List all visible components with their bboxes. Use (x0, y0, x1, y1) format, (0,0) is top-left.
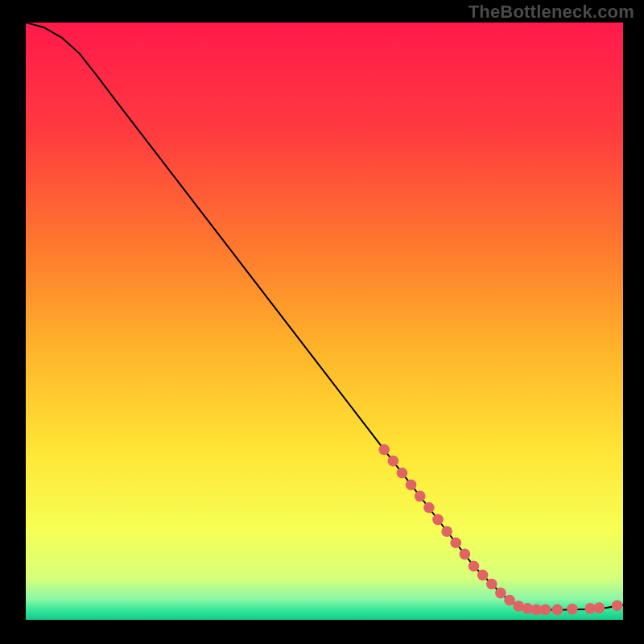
plot-area (26, 23, 623, 620)
marker-point (460, 549, 471, 560)
marker-point (540, 605, 551, 616)
chart-svg (26, 23, 623, 620)
marker-point (450, 537, 461, 548)
marker-point (397, 468, 408, 479)
marker-point (552, 605, 564, 616)
marker-point (441, 526, 452, 537)
marker-point (567, 604, 578, 615)
marker-point (415, 491, 426, 502)
marker-point (486, 579, 497, 590)
marker-point (406, 480, 417, 491)
marker-point (594, 602, 605, 613)
marker-point (495, 588, 506, 599)
gradient-background (26, 23, 623, 620)
marker-point (388, 456, 399, 467)
marker-point (423, 502, 435, 514)
marker-point (612, 600, 623, 611)
marker-point (477, 570, 489, 581)
chart-container: TheBottleneck.com (0, 0, 644, 644)
marker-point (504, 595, 515, 606)
marker-point (469, 560, 480, 572)
marker-point (432, 514, 444, 526)
watermark-text: TheBottleneck.com (469, 2, 634, 23)
marker-point (378, 444, 390, 456)
